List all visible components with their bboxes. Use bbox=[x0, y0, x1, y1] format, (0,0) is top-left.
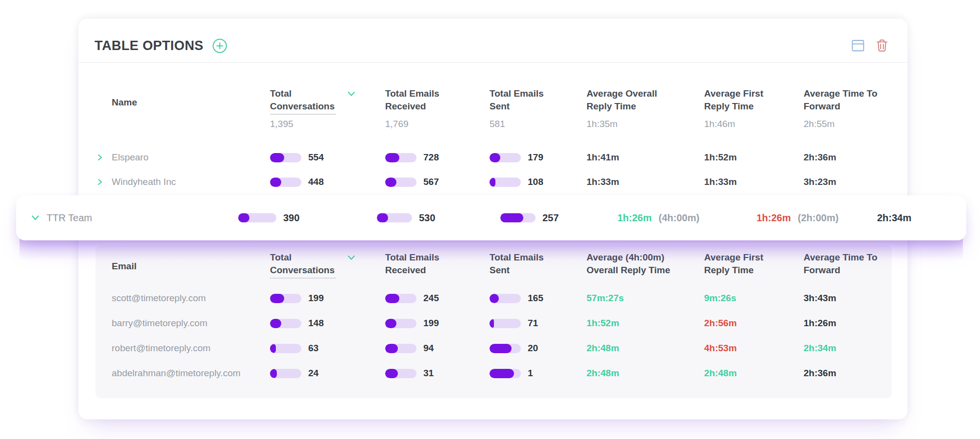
total-avg-overall: 1h:35m bbox=[587, 119, 617, 129]
avg-overall-value: 2h:48m bbox=[587, 343, 619, 354]
avg-first-value: 1h:52m bbox=[704, 152, 737, 163]
table-row-elspearo[interactable]: Elspearo 554 728 179 1h:41m 1h:52m 2h:36… bbox=[78, 145, 907, 170]
bar-value: 94 bbox=[423, 343, 434, 354]
progress-bar bbox=[490, 294, 521, 303]
avg-forward-cell: 2h:34m bbox=[877, 212, 911, 224]
bar-value: 20 bbox=[528, 343, 538, 354]
bar-value: 31 bbox=[423, 368, 434, 379]
progress-bar bbox=[385, 319, 416, 328]
expand-chevron-icon[interactable] bbox=[97, 178, 103, 186]
col-header-avg-first: Average First Reply Time bbox=[704, 87, 779, 112]
report-dashboard: TABLE OPTIONS bbox=[0, 0, 980, 439]
email-value: abdelrahman@timetoreply.com bbox=[112, 368, 241, 379]
progress-bar bbox=[385, 344, 416, 353]
received-bar-cell: 31 bbox=[385, 368, 434, 379]
bar-value: 108 bbox=[528, 177, 543, 187]
row-name: Elspearo bbox=[112, 152, 148, 163]
table-row-windyheath[interactable]: Windyheath Inc 448 567 108 1h:33m 1h:33m… bbox=[78, 170, 907, 194]
bar-value: 245 bbox=[423, 293, 439, 304]
bar-value: 554 bbox=[308, 152, 324, 163]
email-value: robert@timetoreply.com bbox=[112, 343, 211, 354]
table-layout-icon[interactable] bbox=[852, 40, 864, 52]
bar-value: 390 bbox=[283, 212, 299, 224]
total-conversations: 1,395 bbox=[270, 119, 294, 129]
progress-bar bbox=[500, 213, 536, 223]
sub-table-row[interactable]: robert@timetoreply.com 63 94 20 2h:48m 4… bbox=[78, 336, 907, 360]
total-received: 1,769 bbox=[385, 119, 409, 129]
avg-overall-value: 2h:48m bbox=[587, 368, 619, 379]
progress-bar bbox=[385, 153, 416, 162]
progress-bar bbox=[377, 213, 412, 223]
bar-value: 199 bbox=[308, 293, 324, 304]
sent-bar-cell: 165 bbox=[490, 293, 543, 304]
received-bar-cell: 199 bbox=[385, 318, 439, 329]
avg-first-value: 1h:26m bbox=[757, 212, 791, 224]
table-row-ttr-team[interactable]: TTR Team 390 530 257 1h:26m (4h:00m) 1h:… bbox=[16, 195, 966, 240]
progress-bar bbox=[490, 369, 521, 378]
bar-value: 63 bbox=[308, 343, 318, 354]
header-divider bbox=[78, 62, 907, 63]
avg-forward-value: 2h:34m bbox=[804, 343, 836, 354]
total-avg-first: 1h:46m bbox=[704, 119, 735, 129]
progress-bar bbox=[490, 344, 521, 353]
avg-overall-value: 57m:27s bbox=[587, 293, 624, 304]
received-bar-cell: 94 bbox=[385, 343, 434, 354]
col-header-conversations[interactable]: Total Conversations bbox=[270, 87, 336, 112]
conversations-bar-cell: 63 bbox=[270, 343, 318, 354]
avg-first-value: 1h:33m bbox=[704, 177, 737, 187]
conversations-bar-cell: 199 bbox=[270, 293, 324, 304]
add-circle-icon[interactable] bbox=[212, 38, 227, 53]
collapse-chevron-icon[interactable] bbox=[31, 215, 40, 221]
bar-value: 1 bbox=[528, 368, 533, 379]
received-bar-cell: 567 bbox=[385, 177, 439, 187]
sort-underline bbox=[270, 278, 336, 279]
sent-bar-cell: 257 bbox=[500, 212, 559, 224]
received-bar-cell: 245 bbox=[385, 293, 439, 304]
sub-table-row[interactable]: barry@timetoreply.com 148 199 71 1h:52m … bbox=[78, 311, 907, 335]
conversations-bar-cell: 554 bbox=[270, 152, 324, 163]
total-avg-forward: 2h:55m bbox=[804, 119, 834, 129]
avg-forward-value: 2h:34m bbox=[877, 212, 911, 224]
sent-bar-cell: 108 bbox=[490, 177, 543, 187]
card-header: TABLE OPTIONS bbox=[78, 19, 907, 61]
bar-value: 24 bbox=[308, 368, 318, 379]
received-bar-cell: 728 bbox=[385, 152, 439, 163]
totals-row: 1,395 1,769 581 1h:35m 1h:46m 2h:55m bbox=[78, 119, 907, 131]
avg-overall-value: 1h:52m bbox=[587, 318, 619, 329]
col-header-avg-forward: Average Time To Forward bbox=[804, 87, 878, 112]
progress-bar bbox=[270, 344, 301, 353]
expand-chevron-icon[interactable] bbox=[97, 154, 103, 161]
avg-first-target: (2h:00m) bbox=[798, 212, 838, 224]
trash-icon[interactable] bbox=[876, 39, 888, 52]
avg-overall-target: (4h:00m) bbox=[659, 212, 699, 224]
avg-forward-value: 3h:23m bbox=[804, 177, 836, 187]
progress-bar bbox=[270, 153, 301, 162]
sent-bar-cell: 179 bbox=[490, 152, 543, 163]
sort-chevron-icon[interactable] bbox=[347, 91, 355, 97]
bar-value: 165 bbox=[528, 293, 543, 304]
row-name: Windyheath Inc bbox=[112, 177, 176, 187]
progress-bar bbox=[385, 178, 416, 187]
progress-bar bbox=[385, 369, 416, 378]
progress-bar bbox=[270, 369, 301, 378]
sub-table-row[interactable]: scott@timetoreply.com 199 245 165 57m:27… bbox=[78, 286, 907, 310]
sub-table-row[interactable]: abdelrahman@timetoreply.com 24 31 1 2h:4… bbox=[78, 362, 907, 385]
avg-forward-value: 1h:26m bbox=[804, 318, 836, 329]
avg-first-value: 2h:48m bbox=[704, 368, 737, 379]
sent-bar-cell: 1 bbox=[490, 368, 533, 379]
email-value: barry@timetoreply.com bbox=[112, 318, 207, 329]
col-header-sent: Total Emails Sent bbox=[490, 87, 556, 112]
avg-first-value: 9m:26s bbox=[704, 293, 736, 304]
progress-bar bbox=[490, 178, 521, 187]
avg-first-cell: 1h:26m (2h:00m) bbox=[757, 212, 838, 224]
col-header-avg-overall: Average Overall Reply Time bbox=[587, 87, 672, 112]
total-sent: 581 bbox=[490, 119, 505, 129]
avg-first-value: 4h:53m bbox=[704, 343, 737, 354]
received-bar-cell: 530 bbox=[377, 212, 435, 224]
sent-bar-cell: 20 bbox=[490, 343, 538, 354]
expanded-row-glow bbox=[20, 239, 963, 262]
progress-bar bbox=[270, 294, 301, 303]
col-header-name: Name bbox=[112, 96, 137, 109]
bar-value: 179 bbox=[528, 152, 543, 163]
bar-value: 448 bbox=[308, 177, 324, 187]
